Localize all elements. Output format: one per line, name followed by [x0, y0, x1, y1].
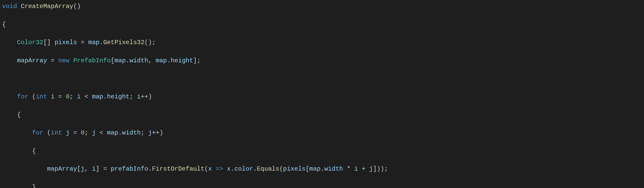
space	[103, 129, 107, 136]
dot: .	[253, 165, 257, 172]
space	[62, 93, 66, 100]
dot: .	[103, 93, 107, 100]
brace-open: {	[17, 111, 21, 118]
space	[358, 165, 362, 172]
type-color32: Color32	[17, 39, 43, 46]
equals: =	[73, 129, 77, 136]
paren-open: (	[47, 129, 51, 136]
equals: =	[51, 57, 54, 64]
keyword-for: for	[17, 93, 28, 100]
lt: <	[85, 93, 88, 100]
star: *	[347, 165, 350, 172]
space	[152, 57, 156, 64]
code-line[interactable]: {	[2, 147, 644, 156]
space	[17, 3, 21, 10]
semicolon: ;	[197, 57, 201, 64]
semicolon: ;	[141, 129, 144, 136]
semicolon: ;	[384, 165, 388, 172]
space	[88, 129, 92, 136]
method-name: CreateMapArray	[21, 3, 73, 10]
var-i: i	[354, 165, 358, 172]
space	[144, 129, 148, 136]
prop-width: width	[130, 57, 148, 64]
var-x: x	[227, 165, 230, 172]
var-map: map	[92, 93, 103, 100]
space	[47, 93, 51, 100]
code-line[interactable]: }	[2, 183, 644, 188]
space	[43, 129, 47, 136]
dot: .	[167, 57, 171, 64]
brace-open: {	[2, 21, 6, 28]
space	[55, 93, 58, 100]
code-line-blank[interactable]	[2, 74, 644, 83]
var-j: j	[81, 165, 84, 172]
var-map: map	[309, 165, 320, 172]
bracket-open: [	[306, 165, 309, 172]
equals: =	[103, 165, 107, 172]
var-j: j	[92, 129, 96, 136]
lt: <	[100, 129, 103, 136]
dot: .	[320, 165, 324, 172]
type-prefabinfo: PrefabInfo	[73, 57, 111, 64]
comma: ,	[148, 57, 152, 64]
var-i: i	[137, 93, 141, 100]
keyword-int: int	[36, 93, 47, 100]
paren-open: (	[144, 39, 148, 46]
semicolon: ;	[152, 39, 156, 46]
brackets: []	[43, 39, 51, 46]
var-j: j	[66, 129, 69, 136]
paren-open: (	[279, 165, 283, 172]
var-i: i	[77, 93, 81, 100]
space	[77, 129, 81, 136]
bracket-close: ]	[193, 57, 197, 64]
var-map: map	[107, 129, 118, 136]
code-line[interactable]: Color32[] pixels = map.GetPixels32();	[2, 38, 644, 47]
space	[365, 165, 369, 172]
space	[81, 93, 85, 100]
space	[47, 57, 51, 64]
prop-width: width	[122, 129, 141, 136]
bracket-open: [	[111, 57, 114, 64]
comma: ,	[85, 165, 88, 172]
code-line[interactable]: void CreateMapArray()	[2, 2, 644, 11]
semicolon: ;	[69, 93, 73, 100]
paren-close: )	[148, 93, 152, 100]
code-line[interactable]: mapArray[j, i] = prefabInfo.FirstOrDefau…	[2, 165, 644, 174]
var-j: j	[369, 165, 373, 172]
space	[133, 93, 137, 100]
paren-close: )	[159, 129, 163, 136]
code-editor[interactable]: void CreateMapArray() { Color32[] pixels…	[0, 0, 644, 188]
plusplus: ++	[141, 93, 148, 100]
number-zero: 0	[81, 129, 85, 136]
method-equals: Equals	[257, 165, 279, 172]
space	[73, 93, 77, 100]
semicolon: ;	[85, 129, 88, 136]
plusplus: ++	[152, 129, 159, 136]
number-zero: 0	[66, 93, 69, 100]
dot: .	[126, 57, 129, 64]
space	[88, 93, 92, 100]
keyword-new: new	[58, 57, 69, 64]
arrow: =>	[216, 165, 223, 172]
var-i: i	[51, 93, 54, 100]
code-line[interactable]: {	[2, 111, 644, 120]
bracket-close: ]	[96, 165, 99, 172]
space	[51, 39, 54, 46]
code-line[interactable]: for (int i = 0; i < map.height; i++)	[2, 92, 644, 102]
code-line[interactable]: mapArray = new PrefabInfo[map.width, map…	[2, 56, 644, 65]
semicolon: ;	[130, 93, 133, 100]
equals: =	[58, 93, 62, 100]
dot: .	[118, 129, 122, 136]
method-getpixels32: GetPixels32	[103, 39, 144, 46]
code-line[interactable]: {	[2, 20, 644, 29]
space	[69, 129, 73, 136]
paren-open: (	[32, 93, 36, 100]
bracket-open: [	[77, 165, 81, 172]
code-line[interactable]: for (int j = 0; j < map.width; j++)	[2, 129, 644, 138]
prop-width: width	[324, 165, 343, 172]
prop-color: color	[234, 165, 253, 172]
dot: .	[148, 165, 152, 172]
plus: +	[362, 165, 365, 172]
var-maparray: mapArray	[17, 57, 47, 64]
var-map: map	[88, 39, 99, 46]
